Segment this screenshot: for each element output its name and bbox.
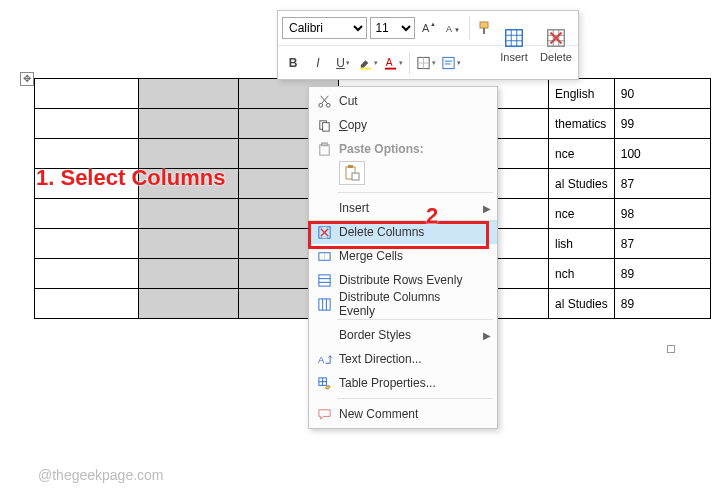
font-color-button[interactable]: A▾ <box>382 52 404 74</box>
distribute-columns-icon <box>315 295 333 313</box>
distribute-rows-icon <box>315 271 333 289</box>
svg-rect-8 <box>385 67 396 69</box>
copy-icon <box>315 116 333 134</box>
font-name-select[interactable]: Calibri <box>282 17 367 39</box>
insert-button[interactable]: Insert <box>494 13 534 77</box>
annotation-step1: 1. Select Columns <box>36 165 226 191</box>
svg-point-28 <box>326 103 330 107</box>
paste-keep-source-button[interactable] <box>339 161 365 185</box>
svg-rect-36 <box>348 165 353 168</box>
menu-delete-columns[interactable]: Delete Columns <box>309 220 497 244</box>
cell[interactable]: 90 <box>614 79 710 109</box>
grow-font-button[interactable]: A▲ <box>418 17 439 39</box>
svg-rect-15 <box>506 30 523 47</box>
annotation-step2: 2 <box>426 203 438 229</box>
menu-insert[interactable]: Insert ▶ <box>309 196 497 220</box>
text-direction-icon: A <box>315 350 333 368</box>
svg-rect-5 <box>483 28 485 34</box>
watermark-text: @thegeekpage.com <box>38 467 164 483</box>
cell[interactable] <box>35 79 139 109</box>
svg-line-29 <box>321 95 328 103</box>
menu-paste-options-label: Paste Options: <box>309 137 497 161</box>
svg-rect-4 <box>480 22 488 28</box>
shrink-font-button[interactable]: A▼ <box>442 17 463 39</box>
delete-label: Delete <box>540 51 572 63</box>
menu-distribute-columns[interactable]: Distribute Columns Evenly <box>309 292 497 316</box>
menu-table-properties[interactable]: Table Properties... <box>309 371 497 395</box>
svg-rect-47 <box>318 298 329 309</box>
menu-distribute-rows[interactable]: Distribute Rows Evenly <box>309 268 497 292</box>
alignment-button[interactable]: ▾ <box>440 52 462 74</box>
svg-text:▲: ▲ <box>430 21 436 27</box>
svg-rect-34 <box>321 142 327 145</box>
delete-columns-icon <box>315 223 333 241</box>
cell[interactable]: English <box>549 79 615 109</box>
borders-button[interactable]: ▾ <box>415 52 437 74</box>
insert-table-icon <box>503 27 525 49</box>
delete-button[interactable]: Delete <box>536 13 576 77</box>
svg-text:A: A <box>422 22 430 34</box>
bold-button[interactable]: B <box>282 52 304 74</box>
svg-text:A: A <box>317 355 324 365</box>
comment-icon <box>315 405 333 423</box>
table-resize-handle[interactable] <box>667 345 675 353</box>
menu-border-styles[interactable]: Border Styles ▶ <box>309 323 497 347</box>
menu-merge-cells[interactable]: Merge Cells <box>309 244 497 268</box>
submenu-arrow-icon: ▶ <box>483 330 491 341</box>
insert-label: Insert <box>500 51 528 63</box>
italic-button[interactable]: I <box>307 52 329 74</box>
svg-rect-32 <box>322 122 329 130</box>
cut-icon <box>315 92 333 110</box>
format-painter-button[interactable] <box>475 17 496 39</box>
menu-new-comment[interactable]: New Comment <box>309 402 497 426</box>
svg-text:A: A <box>386 56 393 67</box>
highlight-button[interactable]: ▾ <box>357 52 379 74</box>
table-properties-icon <box>315 374 333 392</box>
table-move-handle[interactable]: ✥ <box>20 72 34 86</box>
svg-rect-44 <box>318 274 329 285</box>
mini-toolbar: Calibri 11 A▲ A▼ B I U▾ ▾ <box>277 10 579 80</box>
submenu-arrow-icon: ▶ <box>483 203 491 214</box>
font-size-select[interactable]: 11 <box>370 17 415 39</box>
svg-text:▼: ▼ <box>454 27 460 33</box>
svg-text:A: A <box>446 24 452 34</box>
delete-table-icon <box>545 27 567 49</box>
svg-rect-33 <box>319 144 328 154</box>
svg-rect-12 <box>443 57 454 68</box>
svg-point-27 <box>318 103 322 107</box>
context-menu: Cut Copy Paste Options: Insert ▶ Delete … <box>308 86 498 429</box>
menu-cut[interactable]: Cut <box>309 89 497 113</box>
svg-line-30 <box>320 95 327 103</box>
svg-rect-37 <box>352 173 359 180</box>
cell-selected[interactable] <box>139 79 239 109</box>
menu-text-direction[interactable]: A Text Direction... <box>309 347 497 371</box>
paste-icon <box>315 140 333 158</box>
merge-cells-icon <box>315 247 333 265</box>
underline-button[interactable]: U▾ <box>332 52 354 74</box>
svg-rect-6 <box>360 67 371 69</box>
menu-copy[interactable]: Copy <box>309 113 497 137</box>
paste-options-row <box>309 161 497 189</box>
